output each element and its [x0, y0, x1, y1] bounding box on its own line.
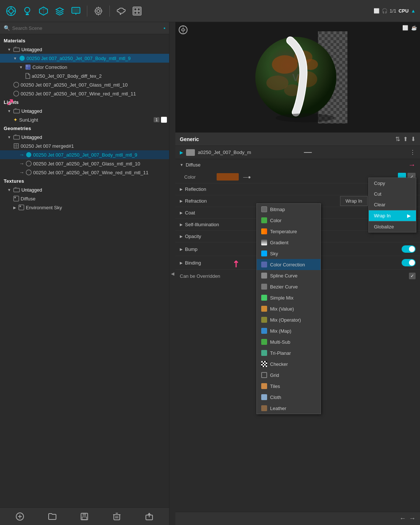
main-layout: 🔍 ▪ Materials ▼ Untagged ▼ 00250 Jet 007…: [0, 22, 420, 525]
texture-file-item[interactable]: a0250_Jet_007_Body_diff_tex_2: [0, 71, 169, 80]
sunlight-badge: 1: [154, 117, 160, 122]
submenu-mix-map[interactable]: Mix (Map): [257, 325, 321, 336]
save-button[interactable]: [78, 511, 90, 522]
preview-window-icon[interactable]: ⬜: [402, 25, 408, 31]
sunlight-color-badge: [161, 117, 167, 123]
submenu-spline-curve[interactable]: Spline Curve: [257, 270, 321, 281]
import-icon[interactable]: ⬆: [403, 136, 408, 143]
toolbar-display-icon[interactable]: [69, 4, 83, 18]
tex-env-sky-item[interactable]: ▶ Environment Sky: [0, 203, 169, 212]
bottom-nav-bar: ← →: [175, 512, 420, 525]
cpu-label: CPU: [399, 8, 409, 14]
toolbar-right: ⬜ 🎧 1/1 CPU ▲: [374, 8, 416, 14]
mixop-tex-icon: [261, 317, 267, 323]
submenu-temperature[interactable]: Temperature: [257, 226, 321, 237]
folder-button[interactable]: [46, 511, 58, 522]
context-clear[interactable]: Clear: [369, 199, 416, 210]
bump-toggle[interactable]: [402, 245, 416, 253]
material-sphere-icon: [19, 55, 25, 61]
spline-label: Spline Curve: [270, 273, 297, 279]
material-arrow-icon: ▼: [13, 56, 17, 60]
bitmap-label: Bitmap: [270, 207, 285, 212]
submenu-tri-planar[interactable]: Tri-Planar: [257, 347, 321, 358]
submenu-checker[interactable]: Checker: [257, 358, 321, 370]
toolbar-teapot-icon[interactable]: [114, 4, 127, 18]
generic-title: Generic: [180, 136, 199, 142]
diffuse-header[interactable]: ▼ Diffuse →: [175, 159, 420, 171]
nav-back-icon[interactable]: ←: [399, 515, 406, 522]
nav-forward-icon[interactable]: →: [409, 515, 416, 522]
toolbar-layers-icon[interactable]: [53, 4, 66, 18]
ratio-label: 1/1: [390, 8, 396, 14]
cloth-tex-icon: [261, 394, 267, 400]
search-input[interactable]: [12, 25, 161, 31]
submenu-mix-operator[interactable]: Mix (Operator): [257, 314, 321, 325]
submenu-multi-sub[interactable]: Multi-Sub: [257, 336, 321, 347]
color-correction-item[interactable]: ▼ Color Correction: [0, 63, 169, 71]
tex-color-correction-item[interactable]: Diffuse: [0, 194, 169, 203]
mat-options-button[interactable]: ⋮: [410, 149, 416, 156]
submenu-tiles[interactable]: Tiles: [257, 381, 321, 392]
binding-arrow-icon: ▶: [180, 261, 183, 265]
geo-body-item[interactable]: → 00250 Jet 007_a0250_Jet_007_Body_mtll_…: [0, 150, 169, 159]
add-button[interactable]: [14, 511, 26, 522]
sunlight-item[interactable]: ✦ SunLight 1: [0, 115, 169, 124]
svg-point-16: [97, 10, 100, 13]
material-body-item[interactable]: ▼ 00250 Jet 007_a0250_Jet_007_Body_mtll_…: [0, 54, 169, 63]
preview-area: ⬜ ☕: [175, 22, 420, 133]
toolbar-cube-icon[interactable]: [37, 4, 50, 18]
can-override-checkbox[interactable]: ✓: [409, 273, 416, 279]
textures-untagged-group[interactable]: ▼ Untagged: [0, 185, 169, 194]
submenu-bitmap[interactable]: Bitmap: [257, 204, 321, 215]
color-connect-icon[interactable]: —●: [243, 174, 251, 180]
svg-rect-22: [137, 11, 140, 14]
sort-icon[interactable]: ⇅: [395, 136, 400, 143]
submenu-cloth[interactable]: Cloth: [257, 392, 321, 403]
delete-button[interactable]: [111, 511, 123, 522]
toolbar-settings-icon[interactable]: [92, 4, 105, 18]
geo-merged-item[interactable]: 00250 Jet 007 merged#1: [0, 141, 169, 150]
coat-title: Coat: [185, 210, 195, 216]
lights-untagged-group[interactable]: ▼ Untagged: [0, 106, 169, 115]
mat-expand-arrow[interactable]: ▶: [180, 150, 183, 155]
tex-env-label: Environment Sky: [26, 205, 167, 210]
geo-glass-item[interactable]: → 00250 Jet 007_a0250_Jet_007_Glass_mtl_…: [0, 159, 169, 168]
geo-wine-item[interactable]: → 00250 Jet 007_a0250_Jet_007_Wine_red_m…: [0, 168, 169, 177]
material-glass-item[interactable]: 00250 Jet 007_a0250_Jet_007_Glass_mtl_mt…: [0, 80, 169, 89]
context-copy[interactable]: Copy: [369, 178, 416, 189]
bitmap-tex-icon: [261, 206, 267, 212]
binding-toggle[interactable]: [402, 259, 416, 266]
submenu-gradient[interactable]: Gradient: [257, 237, 321, 248]
context-wrap-in[interactable]: Wrap In ▶: [369, 210, 416, 221]
submenu-simple-mix[interactable]: Simple Mix: [257, 292, 321, 303]
context-cut[interactable]: Cut: [369, 189, 416, 199]
export2-icon[interactable]: ⬇: [411, 136, 416, 143]
svg-point-1: [9, 9, 13, 13]
geometries-untagged-group[interactable]: ▼ Untagged: [0, 133, 169, 141]
materials-untagged-group[interactable]: ▼ Untagged: [0, 45, 169, 54]
submenu-bezier-curve[interactable]: Bezier Curve: [257, 281, 321, 292]
context-globalize[interactable]: Globalize: [369, 221, 416, 232]
panel-collapse-arrow[interactable]: ◀: [169, 22, 175, 525]
submenu-mix-value[interactable]: Mix (Value): [257, 303, 321, 314]
textures-section-header: Textures: [0, 177, 169, 185]
tex-env-icon: [18, 204, 24, 210]
export-button[interactable]: [143, 511, 155, 522]
submenu-sky[interactable]: Sky: [257, 248, 321, 259]
color-swatch[interactable]: [217, 173, 239, 181]
geo-glass-label: 00250 Jet 007_a0250_Jet_007_Glass_mtl_mt…: [33, 161, 167, 167]
refraction-arrow-icon: ▶: [180, 199, 183, 203]
search-filter-icon[interactable]: ▪: [164, 25, 165, 31]
color-correction-label: Color Correction: [32, 64, 167, 70]
toolbar-render-icon[interactable]: [130, 4, 144, 18]
material-wine-item[interactable]: 00250 Jet 007_a0250_Jet_007_Wine_red_mtl…: [0, 89, 169, 98]
cc-label: Color Correction: [270, 262, 305, 267]
preview-cup-icon[interactable]: ☕: [411, 25, 417, 31]
submenu-grid[interactable]: Grid: [257, 370, 321, 381]
toolbar-light-icon[interactable]: [21, 4, 34, 18]
submenu-leather[interactable]: Leather: [257, 403, 321, 414]
submenu-color-correction[interactable]: Color Correction: [257, 259, 321, 270]
submenu-color[interactable]: Color: [257, 215, 321, 226]
wrap-in-tooltip: Wrap In: [340, 196, 368, 206]
toolbar-mode-icon[interactable]: [4, 4, 18, 18]
